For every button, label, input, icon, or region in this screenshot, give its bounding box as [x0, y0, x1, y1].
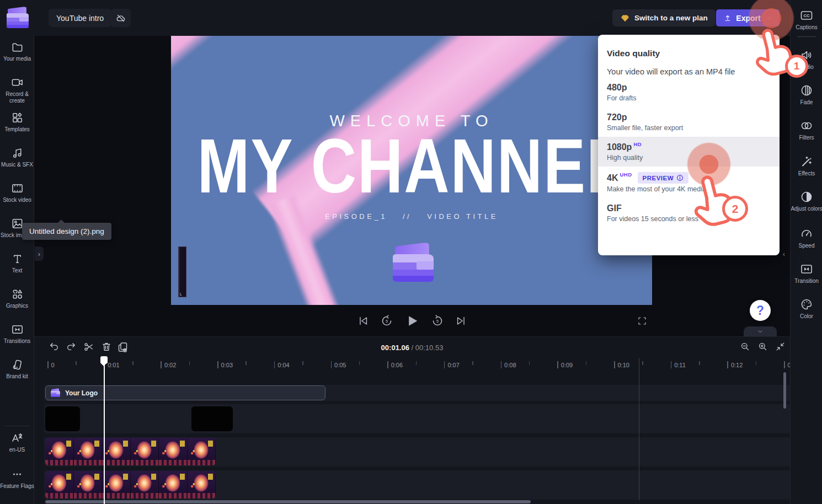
- sidebar-item-transitions[interactable]: Transitions: [0, 323, 34, 345]
- video-thumbnail: [45, 471, 74, 498]
- panel-item-filters[interactable]: Filters: [791, 119, 822, 141]
- clipchamp-logo[interactable]: [7, 8, 29, 28]
- ruler-tick: 0:03: [217, 361, 233, 368]
- quality-option-720p[interactable]: 720p Smaller file, faster export: [598, 107, 780, 137]
- cloud-sync-off-button[interactable]: [111, 9, 131, 27]
- video-thumbnail: [159, 471, 188, 498]
- project-title[interactable]: YouTube intro: [49, 9, 111, 27]
- sidebar-item-stock-video[interactable]: Stock video: [0, 182, 34, 203]
- timeline-ruler[interactable]: 00:010:020:030:040:050:060:070:080:090:1…: [34, 358, 790, 373]
- zoom-out-icon[interactable]: [740, 341, 750, 352]
- collapse-help-tab[interactable]: [744, 326, 777, 336]
- sidebar-item-language[interactable]: en-US: [0, 431, 34, 453]
- sidebar-item-label: Stock video: [0, 197, 34, 203]
- sidebar-item-your-media[interactable]: Your media: [0, 41, 34, 62]
- option-description: For drafts: [607, 94, 771, 102]
- current-time: 00:01.06: [381, 344, 409, 352]
- panel-item-label: Effects: [791, 170, 822, 177]
- help-button[interactable]: ?: [750, 300, 771, 321]
- forward-5-icon[interactable]: 5: [431, 314, 444, 328]
- playhead-handle[interactable]: [100, 356, 108, 363]
- panel-item-fade[interactable]: Fade: [791, 84, 822, 106]
- panel-item-label: Fade: [791, 99, 822, 106]
- menu-subtitle: Your video will export as an MP4 file: [607, 67, 771, 76]
- collapse-panel-chevron[interactable]: ‹: [780, 246, 788, 261]
- horizontal-scrollbar[interactable]: [45, 500, 531, 503]
- rewind-5-icon[interactable]: 5: [380, 314, 393, 328]
- svg-text:5: 5: [386, 319, 388, 324]
- ruler-tick: 0:13: [784, 361, 790, 368]
- panel-item-speed[interactable]: Speed: [791, 227, 822, 249]
- switch-plan-button[interactable]: Switch to a new plan: [612, 9, 716, 26]
- sidebar-item-text[interactable]: Text: [0, 253, 34, 274]
- video-clip[interactable]: [45, 471, 216, 498]
- video-thumbnail: [45, 438, 74, 465]
- video-thumbnail: [74, 471, 103, 498]
- logo-clip[interactable]: Your Logo: [45, 385, 325, 400]
- ruler-minor-tick: [642, 361, 643, 365]
- video-preview[interactable]: WELCOME TO MY CHANNEL EPISODE_1 // VIDEO…: [171, 36, 652, 305]
- panel-item-adjust-colors[interactable]: Adjust colors: [791, 190, 822, 212]
- option-label: 1080p: [607, 142, 632, 152]
- adjust-colors-icon: [800, 190, 813, 203]
- black-clip[interactable]: [45, 406, 80, 431]
- uhd-badge: UHD: [620, 171, 632, 178]
- playhead[interactable]: [100, 356, 108, 504]
- ruler-tick: 0:10: [614, 361, 629, 368]
- left-sidebar: Your media Record & create Templates Mus…: [0, 0, 34, 504]
- video-thumbnail: [188, 471, 216, 498]
- sidebar-item-brand-kit[interactable]: Brand kit: [0, 358, 34, 380]
- sidebar-item-graphics[interactable]: Graphics: [0, 288, 34, 309]
- header: YouTube intro Switch to a new plan Expor…: [0, 0, 822, 36]
- black-clip[interactable]: [191, 406, 233, 431]
- panel-item-color[interactable]: Color: [791, 298, 822, 320]
- logo-clip-label: Your Logo: [65, 389, 98, 397]
- hd-badge: HD: [633, 141, 642, 147]
- fit-to-screen-icon[interactable]: [775, 341, 786, 352]
- video-thumbnail: [188, 438, 216, 465]
- fullscreen-icon[interactable]: [637, 316, 647, 326]
- vertical-scrollbar[interactable]: [783, 372, 786, 409]
- ruler-tick: 0:12: [727, 361, 743, 368]
- quality-option-480p[interactable]: 480p For drafts: [598, 77, 780, 107]
- sidebar-item-record-create[interactable]: Record & create: [0, 76, 34, 104]
- video-thumbnail: [131, 471, 159, 498]
- video-channel-text: MY CHANNEL: [190, 126, 633, 205]
- chevron-down-icon: [756, 328, 764, 335]
- logo-body: [7, 13, 29, 28]
- sidebar-item-templates[interactable]: Templates: [0, 111, 34, 133]
- expand-panel-chevron[interactable]: ›: [35, 246, 44, 261]
- ruler-minor-tick: [529, 361, 530, 365]
- fade-icon: [800, 84, 813, 97]
- panel-item-label: Adjust colors: [791, 206, 822, 212]
- video-clip[interactable]: [45, 438, 216, 465]
- film-icon: [11, 182, 24, 195]
- zoom-in-icon[interactable]: [757, 341, 768, 352]
- panel-item-transition[interactable]: Transition: [791, 262, 822, 285]
- sidebar-item-feature-flags[interactable]: Feature Flags: [0, 468, 34, 490]
- skip-start-icon[interactable]: [357, 315, 369, 327]
- ruler-minor-tick: [189, 361, 190, 365]
- video-episode-line: EPISODE_1 // VIDEO TITLE: [171, 212, 652, 221]
- playhead-line: [104, 363, 105, 504]
- upload-icon: [723, 14, 732, 23]
- sidebar-item-music-sfx[interactable]: Music & SFX: [0, 147, 34, 168]
- filename-tooltip: Untitled design (2).png: [22, 223, 111, 240]
- panel-item-label: Filters: [791, 135, 822, 141]
- music-note-icon: [11, 147, 24, 159]
- shapes-icon: [11, 288, 24, 301]
- play-button-icon[interactable]: [404, 313, 420, 329]
- info-icon: [676, 174, 684, 181]
- sidebar-divider: [4, 426, 30, 426]
- sidebar-item-label: Graphics: [0, 303, 34, 309]
- ruler-tick: 0:08: [501, 361, 516, 368]
- ruler-minor-tick: [302, 361, 303, 365]
- translate-icon: [10, 431, 24, 444]
- switch-plan-label: Switch to a new plan: [634, 14, 708, 22]
- episode-separator: //: [403, 212, 412, 221]
- slate-bar: L: [178, 246, 186, 297]
- skip-end-icon[interactable]: [455, 315, 467, 327]
- clipchamp-editor: YouTube intro Switch to a new plan Expor…: [0, 0, 822, 504]
- player-controls: 5 5: [34, 305, 790, 336]
- panel-item-effects[interactable]: Effects: [791, 155, 822, 177]
